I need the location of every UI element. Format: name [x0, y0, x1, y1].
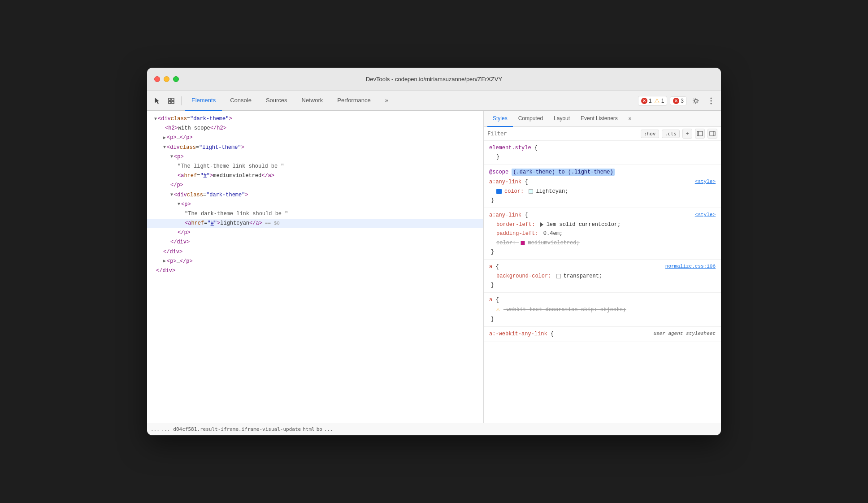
add-rule-button[interactable]: +	[682, 129, 692, 139]
rule-scope: @scope (.dark-theme) to (.light-theme) a…	[484, 165, 721, 208]
dom-line: ▶ <p>…</p>	[147, 133, 483, 143]
gear-icon	[692, 97, 699, 104]
tab-styles[interactable]: Styles	[487, 111, 513, 127]
dom-line: </div>	[147, 247, 483, 257]
svg-rect-10	[710, 131, 715, 136]
prop-line-strikethrough: color: mediumvioletred;	[489, 238, 716, 247]
divider	[181, 96, 182, 105]
window-title: DevTools - codepen.io/miriamsuzanne/pen/…	[366, 76, 502, 82]
rule-element-style: element.style { }	[484, 141, 721, 165]
statusbar: ... ... d04cf581.result-iframe.iframe-vi…	[147, 423, 721, 435]
statusbar-tag2: bo	[317, 426, 322, 432]
filter-input[interactable]	[487, 130, 638, 137]
svg-rect-2	[169, 101, 171, 104]
dom-line: ▼ <p>	[147, 152, 483, 162]
dom-line: "The light-theme link should be "	[147, 162, 483, 171]
close-button[interactable]	[154, 76, 160, 82]
dom-panel[interactable]: ▼ <div class="dark-theme"> <h2>with scop…	[147, 111, 483, 423]
prop-line-warning: ⚠ -webkit-text-decoration-skip: objects;	[489, 305, 716, 315]
color-swatch-mediumvioletred	[521, 241, 525, 245]
cls-button[interactable]: .cls	[662, 130, 680, 138]
toggle-sidebar-button[interactable]	[707, 129, 717, 139]
dom-line: ▼ <div class="dark-theme">	[147, 114, 483, 124]
tab-computed[interactable]: Computed	[513, 111, 548, 127]
svg-point-7	[711, 103, 712, 104]
prop-line: color: lightcyan;	[489, 187, 716, 196]
checkbox-icon	[496, 189, 502, 194]
dom-line: <h2>with scope</h2>	[147, 124, 483, 133]
prop-line: border-left: 1em solid currentcolor;	[489, 220, 716, 229]
svg-rect-3	[172, 101, 174, 104]
titlebar: DevTools - codepen.io/miriamsuzanne/pen/…	[147, 68, 721, 91]
statusbar-path: ... d04cf581.result-iframe.iframe-visual…	[161, 426, 301, 432]
prop-line: padding-left: 0.4em;	[489, 229, 716, 238]
statusbar-tag1: html	[303, 426, 315, 432]
dom-line: ▶ <p>…</p>	[147, 257, 483, 266]
more-options-icon	[710, 97, 712, 104]
toolbar-right: ✕ 1 ⚠ 1 ✕ 3	[638, 95, 717, 107]
dom-line: </p>	[147, 228, 483, 238]
tab-elements[interactable]: Elements	[185, 91, 222, 111]
styles-tabs: Styles Computed Layout Event Listeners »	[484, 111, 721, 127]
devtools-window: DevTools - codepen.io/miriamsuzanne/pen/…	[147, 68, 721, 435]
rule-source-useragent: user agent stylesheet	[653, 330, 716, 338]
svg-rect-1	[172, 98, 174, 100]
rule-source-style[interactable]: <style>	[695, 178, 716, 186]
svg-rect-0	[169, 98, 171, 100]
tab-console[interactable]: Console	[224, 91, 258, 111]
cursor-icon	[153, 97, 161, 104]
statusbar-dots: ...	[151, 426, 160, 432]
force-state-icon	[697, 131, 703, 136]
error-badge[interactable]: ✕ 1 ⚠ 1	[638, 96, 667, 106]
svg-point-6	[711, 100, 712, 101]
tab-network[interactable]: Network	[295, 91, 330, 111]
triangle-icon	[540, 222, 543, 227]
svg-point-4	[694, 100, 697, 102]
svg-rect-8	[697, 131, 703, 136]
toolbar: Elements Console Sources Network Perform…	[147, 91, 721, 111]
rule-webkit-any-link: a:-webkit-any-link { user agent styleshe…	[484, 327, 721, 342]
rule-normalize: a { normalize.css:106 background-color: …	[484, 260, 721, 293]
tab-performance[interactable]: Performance	[331, 91, 377, 111]
tab-sources[interactable]: Sources	[260, 91, 294, 111]
error-icon: ✕	[641, 98, 647, 104]
hov-button[interactable]: :hov	[641, 130, 659, 138]
console-error-badge[interactable]: ✕ 3	[670, 96, 687, 105]
traffic-lights	[154, 76, 179, 82]
right-panel: Styles Computed Layout Event Listeners »	[483, 111, 721, 423]
color-swatch-transparent	[556, 274, 561, 278]
dom-line: <a href="#">mediumvioletred</a>	[147, 171, 483, 181]
dom-line: </p>	[147, 181, 483, 190]
console-error-icon: ✕	[673, 98, 679, 104]
dom-line: </div>	[147, 266, 483, 276]
cursor-icon-btn[interactable]	[151, 95, 163, 107]
dom-line-selected: <a href="#">lightcyan</a>== $0	[147, 219, 483, 228]
rule-source-style2[interactable]: <style>	[695, 211, 716, 219]
inspect-icon-btn[interactable]	[165, 95, 178, 107]
toggle-sidebar-icon	[709, 131, 716, 136]
main-content: ▼ <div class="dark-theme"> <h2>with scop…	[147, 111, 721, 423]
rule-source-normalize[interactable]: normalize.css:106	[665, 262, 716, 271]
tab-more[interactable]: »	[379, 91, 395, 111]
warning-icon: ⚠	[654, 97, 660, 104]
settings-button[interactable]	[690, 95, 702, 107]
filter-bar: :hov .cls +	[484, 127, 721, 141]
dom-line: ▼ <p>	[147, 200, 483, 209]
dom-line: ▼ <div class="dark-theme">	[147, 191, 483, 200]
warning-triangle-icon: ⚠	[496, 305, 500, 315]
inspect-icon	[168, 97, 175, 104]
force-state-button[interactable]	[695, 129, 705, 139]
svg-point-5	[711, 97, 712, 99]
rule-webkit-warning: a { ⚠ -webkit-text-decoration-skip: obje…	[484, 293, 721, 327]
tab-more-styles[interactable]: »	[623, 111, 637, 127]
dom-line: "The dark-theme link should be "	[147, 209, 483, 219]
dom-line: ▼ <div class="light-theme">	[147, 143, 483, 152]
styles-content[interactable]: element.style { } @scope (.dark-theme) t…	[484, 141, 721, 423]
tab-event-listeners[interactable]: Event Listeners	[575, 111, 623, 127]
minimize-button[interactable]	[164, 76, 169, 82]
maximize-button[interactable]	[173, 76, 179, 82]
more-options-button[interactable]	[705, 95, 717, 107]
tab-layout[interactable]: Layout	[548, 111, 575, 127]
color-swatch	[529, 189, 533, 194]
statusbar-more: ...	[324, 426, 333, 432]
